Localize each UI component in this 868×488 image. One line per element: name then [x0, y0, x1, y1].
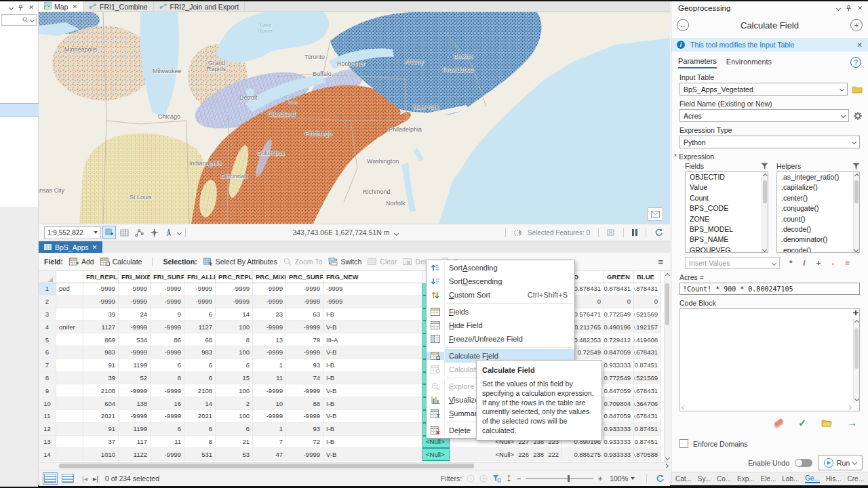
cell[interactable]: 6: [151, 423, 184, 436]
cell[interactable]: [56, 448, 83, 461]
first-record-icon[interactable]: |◂: [82, 474, 87, 483]
cell[interactable]: 0.678431: [634, 410, 661, 423]
cell[interactable]: 37: [83, 436, 119, 449]
helper-list-item[interactable]: .decode(): [777, 224, 859, 235]
refresh-icon[interactable]: [654, 228, 663, 237]
cell[interactable]: [56, 333, 83, 346]
cell[interactable]: 1199: [119, 359, 151, 372]
dock-tab-exp[interactable]: Exp...: [737, 475, 755, 483]
cell[interactable]: [56, 346, 83, 359]
run-button[interactable]: Run: [818, 455, 863, 470]
cell[interactable]: 0.933333: [604, 436, 634, 449]
cell[interactable]: [56, 423, 83, 436]
cell[interactable]: [56, 436, 83, 449]
table-tab-bps-apps[interactable]: BpS_Apps ✕: [39, 241, 102, 253]
expression-input[interactable]: !Count! * 900 * 0.000247105: [679, 283, 860, 295]
range-filter-icon[interactable]: [479, 474, 488, 483]
select-features-tool[interactable]: [102, 226, 116, 239]
insert-values-combobox[interactable]: Insert Values: [685, 257, 780, 269]
enforce-domains-checkbox[interactable]: [679, 439, 688, 448]
filter-table-icon[interactable]: [492, 474, 501, 483]
cell[interactable]: -9999: [184, 283, 216, 296]
cell[interactable]: [56, 397, 83, 410]
search-input[interactable]: [1, 14, 37, 26]
cell[interactable]: I-B: [323, 308, 422, 321]
cell[interactable]: -9999: [216, 283, 253, 296]
cell[interactable]: 39: [83, 372, 119, 385]
cell[interactable]: -9999: [286, 283, 323, 296]
cell[interactable]: 7: [253, 436, 286, 449]
cell[interactable]: -9999: [286, 346, 323, 359]
cell[interactable]: 534: [119, 333, 151, 346]
cell[interactable]: 0: [604, 296, 634, 308]
cell[interactable]: -9999: [216, 296, 253, 308]
pin-icon[interactable]: [18, 5, 23, 11]
cell[interactable]: 24: [119, 308, 151, 321]
cell[interactable]: 1199: [119, 423, 151, 436]
cell[interactable]: 10: [253, 397, 286, 410]
show-all-records-button[interactable]: [44, 474, 56, 483]
cell[interactable]: 2108: [83, 384, 119, 397]
row-number-cell[interactable]: 13: [39, 436, 56, 449]
cell[interactable]: 0.87451: [634, 436, 661, 449]
nav-tools-dropdown-icon[interactable]: [177, 230, 182, 235]
cell[interactable]: 0.878431: [634, 283, 661, 296]
view-tab-map[interactable]: Map✕: [39, 1, 83, 12]
selected-layer-row[interactable]: [0, 103, 39, 117]
cell[interactable]: 6: [184, 308, 216, 321]
cell[interactable]: V-B: [323, 346, 422, 359]
cell[interactable]: 47: [253, 448, 286, 461]
cell[interactable]: I-B: [323, 372, 422, 385]
cell[interactable]: -9999: [119, 296, 151, 308]
view-tab-fri1-combine[interactable]: FRI1_Combine: [83, 1, 154, 12]
table-tab-close-icon[interactable]: ✕: [92, 244, 98, 251]
cell[interactable]: 63: [286, 308, 323, 321]
switch-selection-button[interactable]: Switch: [328, 258, 361, 266]
column-header-frg_new[interactable]: FRG_NEW: [323, 271, 422, 283]
helper-list-item[interactable]: .capitalize(): [777, 182, 859, 192]
map-overview-button[interactable]: [647, 207, 663, 221]
cell[interactable]: 0.729412: [604, 333, 634, 346]
fields-filter-icon[interactable]: [761, 163, 768, 169]
table-horizontal-scrollbar[interactable]: [39, 462, 670, 470]
cell[interactable]: 0.933333: [604, 423, 634, 436]
cell[interactable]: 869: [83, 333, 119, 346]
column-header-prc_mixed[interactable]: PRC_MIXED: [253, 271, 286, 283]
north-arrow-tool[interactable]: [162, 226, 176, 239]
cell[interactable]: 0.521569: [634, 372, 661, 385]
code-block-input[interactable]: ✛: [679, 308, 860, 411]
zoom-in-icon[interactable]: +: [598, 474, 602, 483]
cell[interactable]: 1127: [83, 321, 119, 333]
cell[interactable]: -9999: [286, 410, 323, 423]
menu-item-hide-field[interactable]: Hide Field: [427, 319, 574, 332]
cell[interactable]: -9999: [184, 296, 216, 308]
dock-tab-sy[interactable]: Sy...: [698, 475, 711, 483]
cell[interactable]: 0.847059: [604, 410, 634, 423]
cell[interactable]: I-B: [323, 423, 422, 436]
crosshair-tool[interactable]: [147, 226, 161, 239]
cell[interactable]: 0.933333: [604, 448, 634, 461]
cell[interactable]: -9999: [253, 346, 286, 359]
cell[interactable]: 68: [184, 333, 216, 346]
cell[interactable]: 0.364706: [634, 397, 661, 410]
cell[interactable]: 0.709804: [604, 397, 634, 410]
cell[interactable]: 9: [151, 308, 184, 321]
panel-collapse-icon[interactable]: [836, 5, 841, 10]
map-coordinates[interactable]: 343,743.06E 1,627,724.51N m: [190, 228, 501, 237]
cell[interactable]: 0.886275: [562, 448, 604, 461]
cell[interactable]: 1: [253, 359, 286, 372]
zoom-to-button[interactable]: Zoom To: [283, 258, 323, 266]
help-icon[interactable]: ?: [850, 57, 861, 68]
fields-listbox[interactable]: OBJECTIDValueCountBPS_CODEZONEBPS_MODELB…: [685, 171, 768, 253]
scale-dropdown-icon[interactable]: [94, 231, 98, 234]
row-number-cell[interactable]: 7: [39, 359, 56, 372]
cell[interactable]: I-B: [323, 436, 422, 449]
field-list-item[interactable]: OBJECTID: [686, 172, 768, 182]
cell[interactable]: 6: [216, 423, 253, 436]
zoom-out-icon[interactable]: –: [517, 474, 521, 483]
cell[interactable]: 72: [286, 436, 323, 449]
cell[interactable]: V-B: [323, 410, 422, 423]
helpers-filter-icon[interactable]: [852, 163, 860, 169]
add-field-button[interactable]: Add: [69, 258, 94, 266]
cell[interactable]: 238: [532, 448, 547, 461]
